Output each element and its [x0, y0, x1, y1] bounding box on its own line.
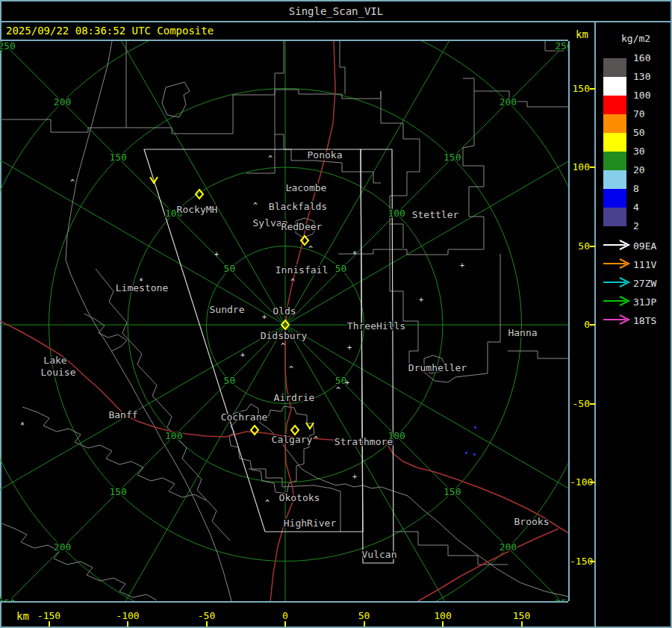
azimuth-line-120 — [285, 325, 568, 534]
county-boundary — [162, 82, 190, 117]
city-label-olds: Olds — [273, 305, 296, 317]
city-label-lake: Lake — [43, 355, 66, 366]
bottom-axis-tick-label: 0 — [282, 610, 288, 621]
city-label-calgary: Calgary — [272, 434, 313, 445]
city-label-didsbury: Didsbury — [261, 330, 308, 341]
right-axis-tick-label: 0 — [570, 319, 590, 330]
legend-swatch — [603, 208, 626, 226]
range-ring-label: 150 — [444, 152, 461, 163]
legend-swatch — [603, 77, 626, 96]
town-marker: + — [352, 473, 357, 481]
bottom-axis-unit-label: km — [16, 610, 29, 622]
range-ring-label: 250 — [555, 41, 568, 52]
county-boundary — [508, 351, 568, 358]
county-boundary — [0, 41, 126, 132]
legend-swatch-label: 50 — [633, 127, 645, 138]
city-label-threehills: ThreeHills — [347, 320, 405, 332]
legend-swatch-label: 130 — [633, 71, 650, 82]
legend-swatch — [603, 152, 626, 170]
radar-arrow-icon — [602, 276, 632, 288]
radar-site-row: 31JP — [602, 295, 671, 310]
city-label-stettler: Stettler — [412, 209, 459, 220]
range-ring-label: 200 — [54, 541, 71, 553]
county-boundary — [246, 134, 275, 173]
range-ring-label: 250 — [555, 597, 568, 601]
radar-site-row: 18TS — [602, 314, 671, 329]
legend-min-label: 2 — [633, 220, 639, 231]
city-label-rockymh: RockyMH — [177, 204, 218, 215]
city-label-ponoka: Ponoka — [308, 149, 343, 161]
legend-swatch — [603, 114, 626, 133]
range-ring-label: 150 — [109, 152, 126, 163]
county-boundary — [390, 224, 418, 366]
page-title: Single_Scan_VIL — [289, 5, 383, 17]
timestamp-label: 2025/09/22 08:36:52 UTC Composite — [6, 25, 566, 40]
county-boundary — [463, 91, 484, 249]
radar-arrow-icon — [602, 258, 632, 270]
bottom-axis-tick-label: -100 — [116, 610, 139, 621]
echo-dot — [465, 452, 467, 454]
right-axis-tick — [590, 324, 595, 326]
radar-site-diamond-icon — [251, 426, 258, 435]
city-label-airdrie: Airdrie — [274, 392, 315, 403]
town-marker: * — [20, 421, 25, 429]
radar-arrow-icon — [602, 314, 632, 326]
range-ring-label: 50 — [224, 375, 236, 386]
range-ring-label: 200 — [500, 96, 517, 108]
legend-swatch — [603, 170, 626, 189]
legend-panel: kg/m2 1601301007050302084209EA111V27ZW31… — [596, 22, 671, 627]
right-axis-tick — [590, 88, 595, 90]
city-label-hanna: Hanna — [508, 327, 537, 338]
legend-unit-label: kg/m2 — [621, 33, 650, 44]
town-marker: + — [419, 296, 423, 304]
city-label-brooks: Brooks — [514, 516, 550, 527]
range-ring-label: 100 — [165, 430, 182, 441]
range-ring-label: 150 — [444, 486, 461, 497]
right-axis-tick-label: 150 — [570, 83, 590, 94]
range-ring-label: 250 — [0, 41, 16, 52]
city-label-limestone: Limestone — [116, 282, 169, 293]
right-axis-tick-label: -50 — [570, 398, 590, 409]
bottom-axis-tick-label: 50 — [358, 610, 370, 621]
county-boundary — [381, 91, 420, 248]
legend-swatch — [603, 58, 626, 77]
town-marker: + — [214, 250, 219, 258]
town-marker: ^ — [268, 155, 273, 163]
town-marker: ^ — [290, 278, 295, 286]
echo-dot — [473, 453, 476, 456]
radar-site-label: 18TS — [633, 315, 656, 326]
bottom-axis-tick — [521, 621, 523, 627]
legend-swatch-label: 20 — [633, 164, 645, 175]
county-boundary — [84, 314, 127, 351]
town-marker: ^ — [281, 342, 285, 350]
city-label-strathmore: Strathmore — [335, 436, 393, 447]
bottom-axis-tick — [206, 621, 208, 627]
town-marker: + — [460, 261, 464, 270]
radar-map-svg: 5010015020025050100150200250501001502002… — [0, 41, 568, 601]
city-label-innisfail: Innisfail — [276, 264, 328, 276]
azimuth-line-330 — [76, 41, 285, 325]
right-axis-tick — [590, 167, 595, 168]
bottom-axis-tick — [442, 621, 444, 627]
radar-site-row: 111V — [602, 258, 671, 273]
town-marker: ^ — [314, 435, 318, 444]
town-marker: ^ — [253, 202, 258, 210]
legend-swatch — [603, 96, 626, 114]
radar-arrow-icon — [602, 239, 632, 251]
echo-dot — [474, 426, 476, 429]
range-ring-label: 50 — [335, 263, 347, 274]
radar-arrow-icon — [602, 295, 632, 307]
right-axis-tick — [590, 403, 595, 405]
bottom-axis-tick — [49, 621, 50, 627]
town-marker: + — [240, 351, 245, 359]
county-boundary — [340, 41, 345, 94]
legend-swatch — [603, 189, 626, 208]
bottom-axis-tick-label: -50 — [198, 610, 215, 621]
bottom-axis-tick-label: -150 — [37, 610, 60, 621]
legend-swatch-label: 30 — [633, 146, 645, 157]
right-axis-tick-label: 100 — [570, 161, 590, 172]
city-label-sundre: Sundre — [210, 304, 245, 315]
legend-swatch-label: 70 — [633, 108, 645, 119]
town-marker: ^ — [265, 499, 270, 507]
right-axis-tick — [590, 246, 595, 247]
